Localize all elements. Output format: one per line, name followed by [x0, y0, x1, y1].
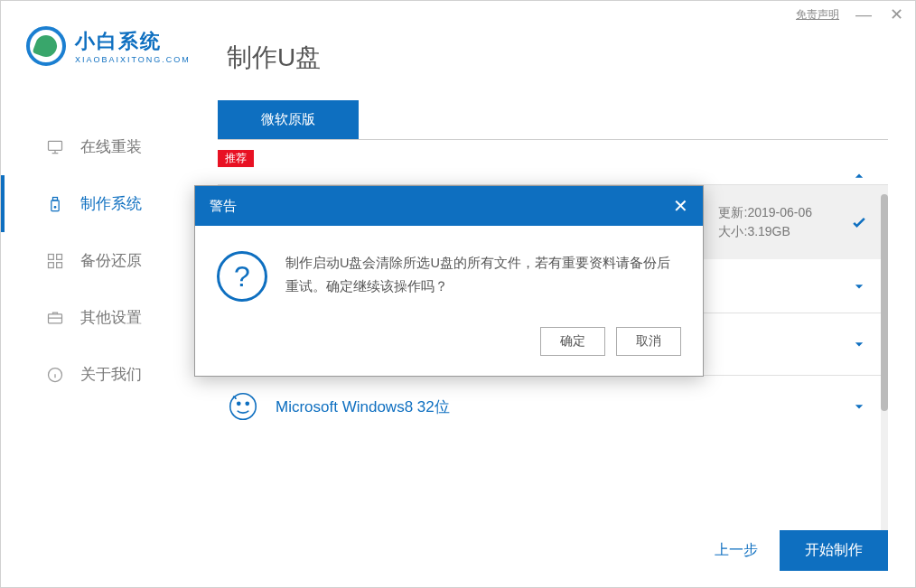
scrollbar[interactable] — [881, 194, 888, 537]
minimize-button[interactable]: — — [855, 5, 872, 24]
svg-point-13 — [230, 394, 257, 420]
app-logo: 小白系统 XIAOBAIXITONG.COM — [26, 26, 191, 66]
os-meta: 更新:2019-06-06 大小:3.19GB — [718, 203, 812, 241]
svg-rect-2 — [53, 197, 58, 200]
dialog-title: 警告 — [210, 198, 237, 215]
warning-dialog: 警告 ✕ ? 制作启动U盘会清除所选U盘的所有文件，若有重要资料请备份后重试。确… — [194, 185, 704, 377]
page-title: 制作U盘 — [227, 41, 321, 75]
collapse-toggle[interactable] — [848, 167, 870, 185]
sidebar-item-reinstall[interactable]: 在线重装 — [1, 118, 200, 175]
expand-toggle[interactable] — [848, 335, 870, 353]
selected-check-icon[interactable] — [848, 213, 870, 231]
dialog-message: 制作启动U盘会清除所选U盘的所有文件，若有重要资料请备份后重试。确定继续该操作吗… — [285, 251, 681, 298]
svg-point-14 — [238, 402, 240, 405]
sidebar-item-backup[interactable]: 备份还原 — [1, 232, 200, 289]
sidebar-item-make-system[interactable]: 制作系统 — [1, 175, 200, 232]
svg-rect-5 — [57, 254, 62, 259]
sidebar-item-settings[interactable]: 其他设置 — [1, 289, 200, 346]
svg-rect-4 — [49, 254, 54, 259]
svg-rect-7 — [57, 262, 62, 267]
prev-step-button[interactable]: 上一步 — [715, 541, 758, 560]
dialog-cancel-button[interactable]: 取消 — [616, 327, 681, 356]
logo-mark-icon — [26, 26, 66, 66]
os-title: Microsoft Windows8 32位 — [276, 397, 848, 417]
dialog-close-icon[interactable]: ✕ — [673, 197, 688, 215]
sidebar-label: 备份还原 — [80, 250, 142, 271]
tab-bar: 微软原版 — [218, 100, 888, 140]
windows-icon — [225, 388, 261, 425]
dialog-ok-button[interactable]: 确定 — [540, 327, 605, 356]
grid-icon — [46, 252, 64, 270]
sidebar-label: 关于我们 — [80, 364, 142, 385]
usb-icon — [46, 195, 64, 213]
svg-rect-8 — [49, 313, 62, 322]
svg-point-15 — [246, 402, 248, 405]
start-make-button[interactable]: 开始制作 — [780, 530, 888, 571]
question-icon: ? — [217, 251, 267, 302]
svg-rect-1 — [51, 200, 59, 210]
sidebar-label: 制作系统 — [80, 193, 142, 214]
info-icon — [46, 366, 64, 384]
sidebar-label: 其他设置 — [80, 307, 142, 328]
tab-microsoft-original[interactable]: 微软原版 — [218, 100, 359, 139]
sidebar-label: 在线重装 — [80, 136, 142, 157]
logo-text-en: XIAOBAIXITONG.COM — [75, 55, 191, 64]
recommend-badge: 推荐 — [218, 150, 254, 167]
monitor-icon — [46, 138, 64, 156]
scrollbar-thumb[interactable] — [881, 194, 888, 411]
close-button[interactable]: ✕ — [888, 5, 904, 24]
svg-rect-0 — [49, 141, 62, 150]
sidebar: 在线重装 制作系统 备份还原 其他设置 关于我们 — [1, 118, 200, 403]
briefcase-icon — [46, 309, 64, 327]
sidebar-item-about[interactable]: 关于我们 — [1, 346, 200, 403]
expand-toggle[interactable] — [848, 277, 870, 295]
expand-toggle[interactable] — [848, 397, 870, 415]
logo-text-cn: 小白系统 — [75, 28, 191, 55]
os-row-win8-32[interactable]: Microsoft Windows8 32位 — [218, 376, 888, 437]
disclaimer-link[interactable]: 免责声明 — [796, 7, 839, 23]
svg-point-3 — [54, 206, 56, 208]
svg-rect-6 — [49, 262, 54, 267]
